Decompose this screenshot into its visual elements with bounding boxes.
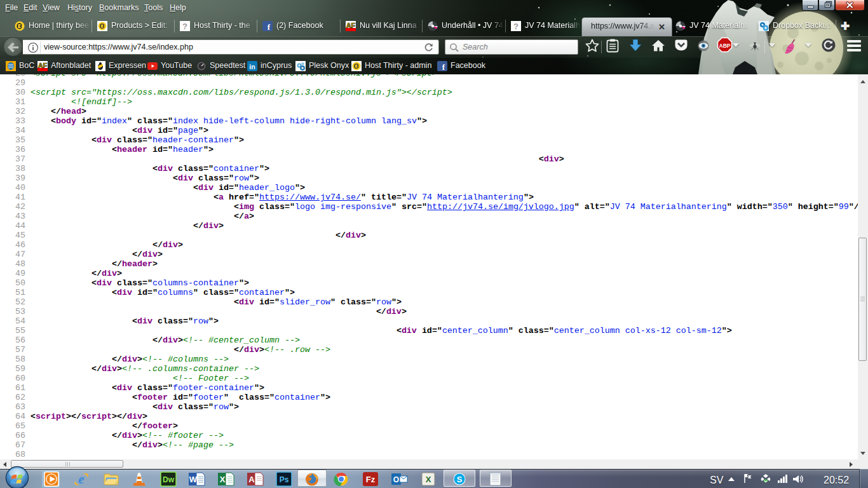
svg-text:Ps: Ps — [280, 475, 289, 484]
svg-text:?: ? — [182, 22, 187, 31]
svg-text:O: O — [393, 475, 399, 484]
svg-text:X: X — [426, 475, 431, 484]
svg-text:f: f — [268, 22, 271, 31]
svg-text:Dw: Dw — [163, 475, 175, 484]
svg-text:ABP: ABP — [719, 43, 731, 49]
svg-text:Fz: Fz — [366, 475, 376, 484]
svg-text:f: f — [442, 62, 445, 71]
svg-text:W: W — [189, 475, 198, 484]
svg-text:?: ? — [513, 22, 519, 31]
svg-text:S: S — [457, 475, 463, 484]
svg-text:X: X — [220, 475, 226, 484]
svg-text:e: e — [78, 471, 84, 487]
svg-text:in: in — [249, 63, 255, 71]
svg-text:AF: AF — [38, 62, 48, 69]
svg-text:A: A — [248, 475, 255, 484]
svg-text:AF: AF — [346, 22, 356, 29]
